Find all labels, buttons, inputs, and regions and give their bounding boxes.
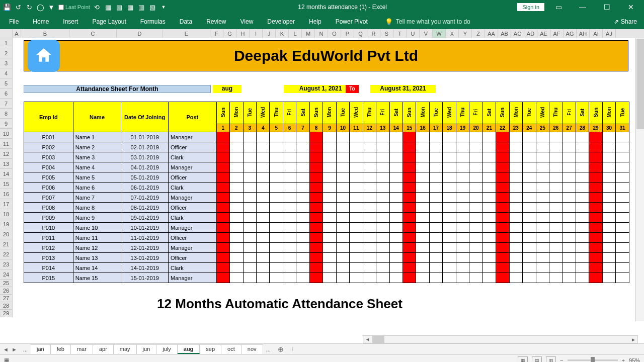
attendance-cell[interactable] (496, 193, 509, 203)
col-header[interactable]: E (163, 29, 210, 38)
col-header[interactable]: Z (472, 29, 485, 38)
col-header[interactable]: K (276, 29, 289, 38)
attendance-cell[interactable] (509, 193, 522, 203)
attendance-cell[interactable] (523, 152, 536, 162)
attendance-cell[interactable] (350, 142, 363, 152)
attendance-cell[interactable] (283, 162, 296, 172)
attendance-cell[interactable] (270, 132, 283, 142)
attendance-cell[interactable] (562, 263, 576, 273)
attendance-cell[interactable] (456, 193, 469, 203)
table-row[interactable]: P008Name 808-01-2019Officer (24, 203, 629, 213)
attendance-cell[interactable] (589, 213, 602, 223)
attendance-cell[interactable] (616, 142, 629, 152)
attendance-cell[interactable] (602, 213, 615, 223)
row-header[interactable]: 21 (0, 239, 13, 249)
attendance-cell[interactable] (363, 273, 376, 283)
attendance-cell[interactable] (576, 152, 589, 162)
attendance-cell[interactable] (257, 142, 270, 152)
attendance-cell[interactable] (616, 152, 629, 162)
row-header[interactable]: 16 (0, 189, 13, 199)
attendance-cell[interactable] (456, 233, 469, 243)
table-row[interactable]: P015Name 1515-01-2019Manager (24, 273, 629, 283)
attendance-cell[interactable] (469, 172, 482, 183)
attendance-cell[interactable] (443, 213, 456, 223)
attendance-cell[interactable] (416, 253, 429, 263)
attendance-cell[interactable] (336, 243, 349, 253)
row-header[interactable]: 23 (0, 259, 13, 269)
attendance-cell[interactable] (589, 193, 602, 203)
attendance-cell[interactable] (363, 243, 376, 253)
attendance-cell[interactable] (536, 183, 549, 193)
zoom-out-icon[interactable]: − (560, 357, 563, 363)
attendance-cell[interactable] (496, 172, 509, 183)
attendance-cell[interactable] (616, 233, 629, 243)
cell-id[interactable]: P006 (24, 183, 73, 193)
attendance-cell[interactable] (523, 193, 536, 203)
attendance-cell[interactable] (389, 253, 403, 263)
attendance-cell[interactable] (443, 263, 456, 273)
qa-icon-5[interactable]: ▥ (137, 3, 145, 11)
attendance-cell[interactable] (323, 183, 336, 193)
attendance-cell[interactable] (363, 172, 376, 183)
attendance-cell[interactable] (429, 223, 442, 233)
attendance-cell[interactable] (323, 132, 336, 142)
attendance-cell[interactable] (576, 243, 589, 253)
attendance-cell[interactable] (469, 253, 482, 263)
col-header[interactable]: AG (564, 29, 577, 38)
attendance-cell[interactable] (403, 223, 416, 233)
attendance-cell[interactable] (602, 162, 615, 172)
attendance-cell[interactable] (270, 193, 283, 203)
attendance-cell[interactable] (576, 193, 589, 203)
attendance-cell[interactable] (496, 263, 509, 273)
attendance-cell[interactable] (496, 223, 509, 233)
attendance-cell[interactable] (416, 223, 429, 233)
attendance-cell[interactable] (309, 243, 323, 253)
attendance-cell[interactable] (376, 152, 389, 162)
attendance-cell[interactable] (323, 233, 336, 243)
attendance-cell[interactable] (230, 223, 243, 233)
attendance-cell[interactable] (376, 132, 389, 142)
attendance-cell[interactable] (576, 142, 589, 152)
attendance-cell[interactable] (562, 183, 576, 193)
ribbon-options-icon[interactable]: ▭ (548, 0, 569, 14)
attendance-cell[interactable] (309, 142, 323, 152)
attendance-cell[interactable] (296, 183, 309, 193)
col-header[interactable]: AJ (603, 29, 616, 38)
col-header[interactable]: AE (537, 29, 550, 38)
attendance-cell[interactable] (336, 253, 349, 263)
attendance-cell[interactable] (576, 233, 589, 243)
attendance-cell[interactable] (589, 203, 602, 213)
attendance-cell[interactable] (216, 233, 229, 243)
scroll-right-icon[interactable]: ► (629, 337, 637, 342)
attendance-cell[interactable] (363, 253, 376, 263)
cell-post[interactable]: Officer (168, 172, 216, 183)
cell-post[interactable]: Manager (168, 132, 216, 142)
attendance-cell[interactable] (496, 253, 509, 263)
attendance-cell[interactable] (296, 213, 309, 223)
cell-post[interactable]: Officer (168, 233, 216, 243)
attendance-cell[interactable] (389, 243, 403, 253)
attendance-cell[interactable] (270, 273, 283, 283)
maximize-icon[interactable]: ☐ (597, 0, 617, 14)
col-header[interactable]: AB (498, 29, 511, 38)
cell-id[interactable]: P012 (24, 243, 73, 253)
attendance-cell[interactable] (509, 213, 522, 223)
cell-name[interactable]: Name 13 (73, 253, 121, 263)
attendance-cell[interactable] (257, 203, 270, 213)
row-header[interactable]: 5 (0, 78, 13, 88)
attendance-cell[interactable] (243, 213, 256, 223)
attendance-cell[interactable] (336, 223, 349, 233)
cell-post[interactable]: Manager (168, 162, 216, 172)
attendance-cell[interactable] (429, 142, 442, 152)
cell-id[interactable]: P015 (24, 273, 73, 283)
attendance-cell[interactable] (576, 223, 589, 233)
attendance-cell[interactable] (363, 132, 376, 142)
attendance-cell[interactable] (536, 172, 549, 183)
attendance-cell[interactable] (536, 132, 549, 142)
col-header[interactable]: M (302, 29, 315, 38)
row-header[interactable]: 20 (0, 229, 13, 239)
attendance-cell[interactable] (482, 263, 496, 273)
attendance-cell[interactable] (549, 132, 562, 142)
page-layout-view-icon[interactable]: ▤ (532, 356, 542, 363)
cell-doj[interactable]: 01-01-2019 (121, 132, 169, 142)
